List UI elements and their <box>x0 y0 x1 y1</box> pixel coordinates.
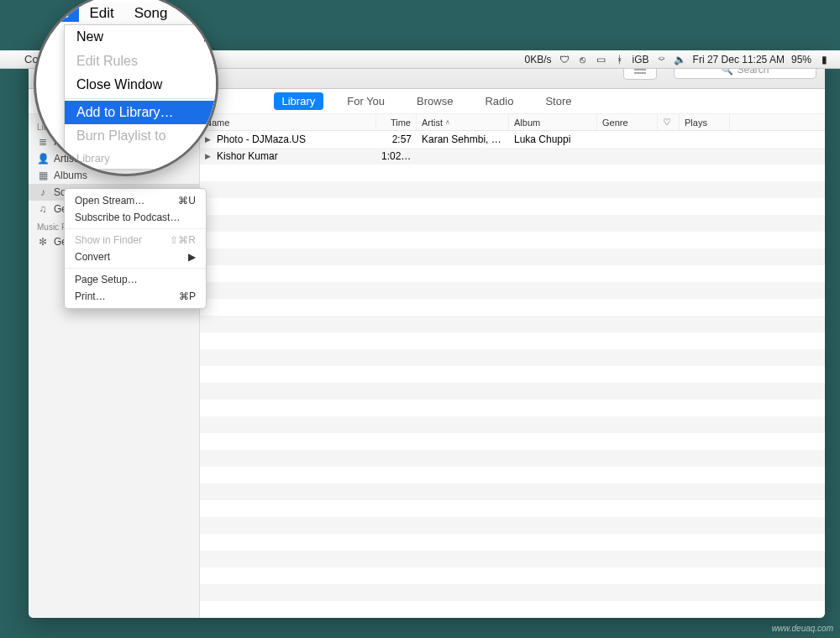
volume-icon[interactable]: 🔈 <box>675 54 686 65</box>
mag-menu-add-to-library[interactable]: Add to Library… <box>65 101 218 124</box>
watermark-text: www.deuaq.com <box>772 624 833 633</box>
cell-time: 2:57 <box>376 133 417 145</box>
battery-text[interactable]: 95% <box>791 54 811 65</box>
tab-for-you[interactable]: For You <box>339 92 393 110</box>
brand-text: iGB <box>633 54 649 65</box>
menu-print[interactable]: Print…⌘P <box>65 288 206 305</box>
menu-separator <box>65 228 206 229</box>
mag-menu-song[interactable]: Song <box>124 5 178 22</box>
col-plays[interactable]: Plays <box>680 114 730 130</box>
file-menu-lower[interactable]: Open Stream…⌘U Subscribe to Podcast… Sho… <box>64 188 207 309</box>
mag-menu-edit-rules: Edit Rules <box>65 50 218 73</box>
menu-item-label: Show in Finder <box>75 234 142 246</box>
table-row[interactable]: ▶ Photo - DJMaza.US 2:57 Karan Sehmbi, G… <box>200 131 825 148</box>
submenu-arrow-icon: ▸ <box>204 29 211 45</box>
col-genre[interactable]: Genre <box>597 114 658 130</box>
table-header[interactable]: Name Time Artist∧ Album Genre ♡ Plays <box>200 114 825 131</box>
col-time[interactable]: Time <box>376 114 417 130</box>
mic-icon: 👤 <box>37 153 49 165</box>
tab-browse[interactable]: Browse <box>408 92 461 110</box>
cell-time: 1:02:33 <box>376 150 417 162</box>
col-name[interactable]: Name <box>200 114 376 130</box>
sidebar-item-label: Albums <box>54 170 87 181</box>
mag-menu-burn-playlist: Burn Playlist to <box>65 124 218 148</box>
content-area: Name Time Artist∧ Album Genre ♡ Plays ▶ … <box>200 114 825 618</box>
menu-open-stream[interactable]: Open Stream…⌘U <box>65 192 206 209</box>
display-icon[interactable]: ▭ <box>596 54 607 65</box>
col-album[interactable]: Album <box>509 114 597 130</box>
submenu-arrow-icon: ▶ <box>188 251 196 263</box>
menu-shortcut: ⌘P <box>179 290 196 302</box>
menu-subscribe-podcast[interactable]: Subscribe to Podcast… <box>65 209 206 226</box>
menu-separator <box>65 268 206 269</box>
menu-item-label: Convert <box>75 251 110 263</box>
apple-menu-icon[interactable] <box>2 50 17 69</box>
cell-artist: Karan Sehmbi, Gol… <box>417 133 509 145</box>
mag-menu-edit[interactable]: Edit <box>79 5 123 22</box>
clock-text[interactable]: Fri 27 Dec 11:25 AM <box>693 54 785 65</box>
bluetooth-icon[interactable]: ᚼ <box>614 54 626 65</box>
col-heart[interactable]: ♡ <box>658 114 680 130</box>
note-icon: ♪ <box>37 186 49 198</box>
menu-item-label: Page Setup… <box>75 274 138 285</box>
mag-menu-close-window[interactable]: Close Window <box>65 73 218 97</box>
tab-store[interactable]: Store <box>537 92 580 110</box>
tab-radio[interactable]: Radio <box>476 92 522 110</box>
clock-icon: ≣ <box>37 136 49 148</box>
cell-name: Photo - DJMaza.US <box>212 133 376 145</box>
cell-name: Kishor Kumar <box>212 150 376 162</box>
col-artist-label: Artist <box>422 118 443 128</box>
menu-shortcut: ⌘U <box>178 195 196 207</box>
cell-album: Luka Chuppi <box>509 133 597 145</box>
menu-item-label: Subscribe to Podcast… <box>75 212 180 223</box>
network-speed: 0KB/s <box>525 54 552 65</box>
wifi-icon[interactable]: ⌔ <box>656 54 668 65</box>
shield-icon[interactable]: 🛡 <box>559 54 570 65</box>
magnifier-overlay: File Edit Song New▸ Edit Rules Close Win… <box>34 0 218 176</box>
genius-icon: ✻ <box>37 236 49 248</box>
table-row[interactable]: ▶ Kishor Kumar 1:02:33 <box>200 148 825 165</box>
mag-menubar: File Edit Song <box>36 3 216 24</box>
menu-page-setup[interactable]: Page Setup… <box>65 271 206 288</box>
grid-icon: ▦ <box>37 170 49 181</box>
menu-convert[interactable]: Convert▶ <box>65 248 206 265</box>
play-arrow-icon[interactable]: ▶ <box>200 152 212 160</box>
guitar-icon: ♫ <box>37 203 49 215</box>
mag-menu-file[interactable]: File <box>36 5 79 22</box>
usb-icon[interactable]: ⎋ <box>577 54 589 65</box>
menu-item-label: Open Stream… <box>75 195 144 207</box>
sort-asc-icon: ∧ <box>445 118 450 126</box>
menu-show-in-finder: Show in Finder⇧⌘R <box>65 232 206 248</box>
mag-menu-new[interactable]: New▸ <box>65 25 218 50</box>
menu-item-label: Print… <box>75 290 106 302</box>
tab-library[interactable]: Library <box>274 92 324 110</box>
menu-item-label: New <box>76 29 103 45</box>
col-artist[interactable]: Artist∧ <box>417 114 509 130</box>
song-rows: ▶ Photo - DJMaza.US 2:57 Karan Sehmbi, G… <box>200 131 825 618</box>
battery-icon[interactable]: ▮ <box>818 54 830 65</box>
menu-separator <box>65 98 218 99</box>
menu-shortcut: ⇧⌘R <box>170 234 196 246</box>
